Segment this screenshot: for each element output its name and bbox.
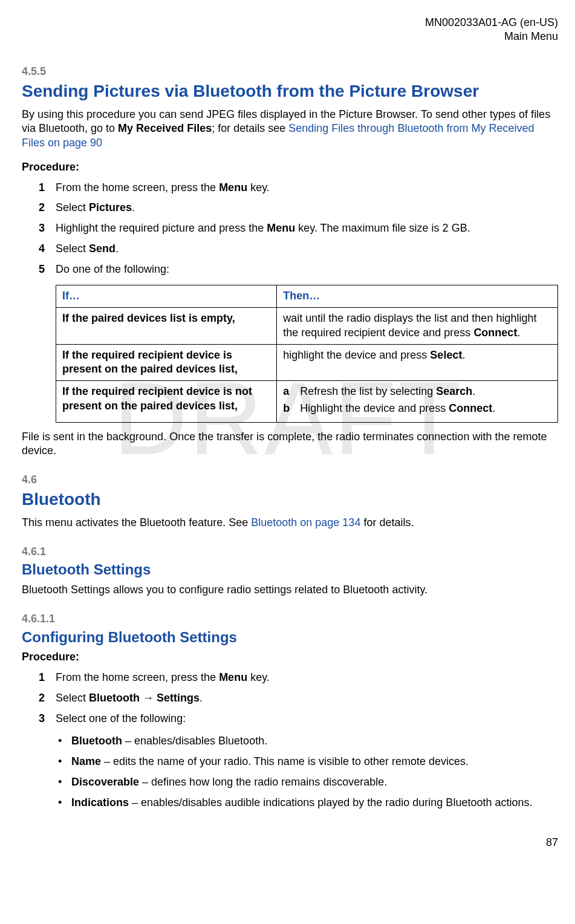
row3-if: If the required recipient device is not …	[56, 381, 277, 423]
row2-then-bold: Select	[430, 349, 462, 361]
b-step2-bold1: Bluetooth	[89, 692, 140, 704]
doc-id: MN002033A01-AG (en-US)	[22, 16, 558, 30]
intro-text-b: ; for details see	[212, 122, 288, 134]
table-row: If the required recipient device is not …	[56, 381, 558, 423]
procedure-steps: From the home screen, press the Menu key…	[22, 181, 558, 277]
step-4: Select Send.	[41, 242, 558, 256]
row3-a-text-b: .	[472, 385, 475, 397]
bullet1-rest: – enables/disables Bluetooth.	[122, 735, 267, 747]
row3-a-bold: Search	[436, 385, 472, 397]
if-then-table: If… Then… If the paired devices list is …	[56, 285, 558, 422]
table-row: If the paired devices list is empty, wai…	[56, 308, 558, 345]
section-heading: Configuring Bluetooth Settings	[22, 628, 558, 647]
bullet4-bold: Indications	[71, 796, 129, 808]
b-step1-a: From the home screen, press the	[56, 671, 219, 683]
section-number: 4.6.1	[22, 545, 558, 559]
row3-b-bold: Connect	[449, 402, 492, 414]
sec461-paragraph: Bluetooth Settings allows you to configu…	[22, 583, 558, 597]
section-4-5-5: 4.5.5 Sending Pictures via Bluetooth fro…	[22, 65, 558, 458]
row3-b-text-b: .	[492, 402, 495, 414]
row3-sub-a: aRefresh the list by selecting Search.	[283, 385, 551, 399]
bullet3-rest: – defines how long the radio remains dis…	[139, 776, 387, 788]
bullet2-bold: Name	[71, 755, 101, 767]
row3-a-text-a: Refresh the list by selecting	[300, 385, 436, 397]
page-number: 87	[546, 836, 558, 850]
sec46-text-a: This menu activates the Bluetooth featur…	[22, 516, 251, 529]
step1-bold: Menu	[219, 181, 247, 194]
row1-if: If the paired devices list is empty,	[56, 308, 277, 345]
step-5: Do one of the following:	[41, 262, 558, 277]
list-item: Bluetooth – enables/disables Bluetooth.	[58, 734, 558, 749]
row1-then-bold: Connect	[473, 327, 517, 339]
step1-a: From the home screen, press the	[56, 181, 219, 194]
step3-a: Highlight the required picture and press…	[56, 222, 267, 234]
step4-a: Select	[56, 242, 89, 255]
section-number: 4.6	[22, 473, 558, 487]
step-3: Highlight the required picture and press…	[41, 221, 558, 236]
row1-then: wait until the radio displays the list a…	[277, 308, 558, 345]
row1-then-b: .	[517, 327, 520, 339]
list-item: Indications – enables/disables audible i…	[58, 796, 558, 810]
b-step2-arrow: →	[140, 692, 157, 704]
page-header: MN002033A01-AG (en-US) Main Menu	[22, 16, 558, 43]
step-1: From the home screen, press the Menu key…	[41, 671, 558, 685]
step2-a: Select	[56, 201, 89, 213]
intro-bold: My Received Files	[118, 122, 212, 134]
post-table-paragraph: File is sent in the background. Once the…	[22, 430, 558, 459]
procedure-label: Procedure:	[22, 160, 558, 175]
sec46-paragraph: This menu activates the Bluetooth featur…	[22, 516, 558, 530]
b-step2-a: Select	[56, 692, 89, 704]
sec46-link[interactable]: Bluetooth on page 134	[251, 516, 360, 529]
procedure-steps: From the home screen, press the Menu key…	[22, 671, 558, 726]
b-step1-bold: Menu	[219, 671, 247, 683]
table-row: If the required recipient device is pres…	[56, 344, 558, 381]
step-2: Select Pictures.	[41, 201, 558, 215]
step2-b: .	[132, 201, 135, 213]
b-step2-bold2: Settings	[157, 692, 200, 704]
section-number: 4.5.5	[22, 65, 558, 79]
row2-then-b: .	[462, 349, 465, 361]
bullet2-rest: – edits the name of your radio. This nam…	[101, 755, 469, 767]
section-4-6: 4.6 Bluetooth This menu activates the Bl…	[22, 473, 558, 530]
if-header: If…	[56, 285, 277, 308]
sec46-text-b: for details.	[360, 516, 414, 529]
step1-b: key.	[247, 181, 270, 194]
bullet3-bold: Discoverable	[71, 776, 139, 788]
row2-then: highlight the device and press Select.	[277, 344, 558, 381]
section-heading: Sending Pictures via Bluetooth from the …	[22, 80, 558, 103]
bullet1-bold: Bluetooth	[71, 735, 122, 747]
b-step2-b: .	[200, 692, 203, 704]
bullet-list: Bluetooth – enables/disables Bluetooth. …	[22, 734, 558, 810]
row3-sub-b: bHighlight the device and press Connect.	[283, 402, 551, 416]
step-3: Select one of the following:	[41, 712, 558, 726]
row2-if: If the required recipient device is pres…	[56, 344, 277, 381]
section-4-6-1-1: 4.6.1.1 Configuring Bluetooth Settings P…	[22, 612, 558, 810]
list-item: Discoverable – defines how long the radi…	[58, 775, 558, 790]
step4-b: .	[115, 242, 119, 255]
step-2: Select Bluetooth → Settings.	[41, 691, 558, 706]
step3-b: key. The maximum file size is 2 GB.	[295, 222, 470, 234]
bullet4-rest: – enables/disables audible indications p…	[129, 796, 532, 808]
row3-b-text-a: Highlight the device and press	[300, 402, 449, 414]
sub-letter-b: b	[283, 402, 290, 416]
then-header: Then…	[277, 285, 558, 308]
section-number: 4.6.1.1	[22, 612, 558, 626]
list-item: Name – edits the name of your radio. Thi…	[58, 755, 558, 769]
row2-then-a: highlight the device and press	[283, 349, 430, 361]
procedure-label: Procedure:	[22, 650, 558, 665]
step2-bold: Pictures	[89, 201, 132, 213]
main-menu-label: Main Menu	[22, 30, 558, 44]
b-step1-b: key.	[247, 671, 270, 683]
section-heading: Bluetooth Settings	[22, 560, 558, 579]
sub-letter-a: a	[283, 385, 289, 399]
section-heading: Bluetooth	[22, 489, 558, 511]
intro-paragraph: By using this procedure you can send JPE…	[22, 108, 558, 151]
step4-bold: Send	[89, 242, 115, 255]
row3-then: aRefresh the list by selecting Search. b…	[277, 381, 558, 423]
step3-bold: Menu	[267, 222, 295, 234]
section-4-6-1: 4.6.1 Bluetooth Settings Bluetooth Setti…	[22, 545, 558, 597]
step-1: From the home screen, press the Menu key…	[41, 181, 558, 195]
